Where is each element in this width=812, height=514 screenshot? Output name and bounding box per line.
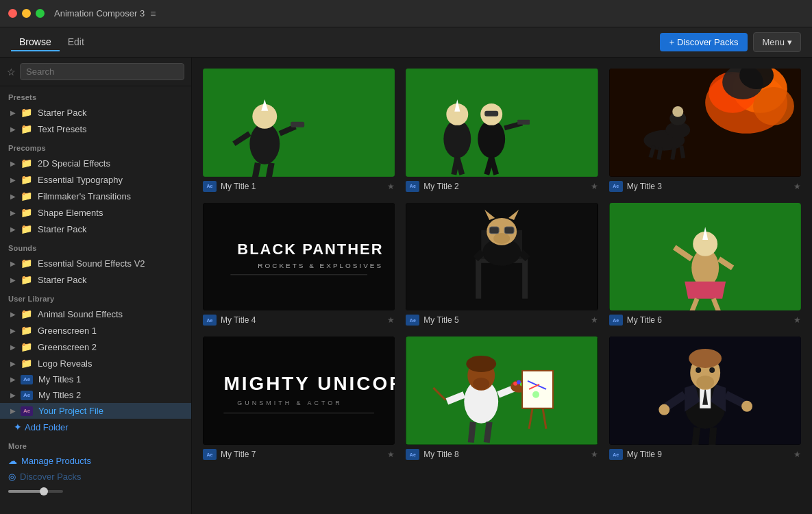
expand-arrow-icon: ▶: [8, 260, 18, 267]
sidebar-label: Your Project File: [38, 406, 103, 416]
folder-icon: 📁: [21, 191, 32, 201]
sidebar-item-starter-pack-presets[interactable]: ▶ 📁 Starter Pack: [0, 104, 191, 121]
size-slider[interactable]: [8, 490, 63, 493]
item-info-4: Ae My Title 4 ★: [203, 315, 395, 326]
sidebar-label: Shape Elements: [38, 208, 103, 218]
folder-icon: 📁: [21, 158, 32, 169]
tab-browse[interactable]: Browse: [11, 34, 60, 51]
item-info-left: Ae My Title 5: [406, 315, 458, 326]
sidebar-item-greenscreen-2[interactable]: ▶ 📁 Greenscreen 2: [0, 339, 191, 355]
sidebar-item-logo-reveals[interactable]: ▶ 📁 Logo Reveals: [0, 355, 191, 371]
item-star-8[interactable]: ★: [591, 450, 598, 459]
item-star-4[interactable]: ★: [387, 315, 395, 325]
close-button[interactable]: [8, 9, 17, 18]
sidebar-item-starter-pack-precomps[interactable]: ▶ 📁 Starter Pack: [0, 221, 191, 237]
sidebar-item-animal-sound-effects[interactable]: ▶ 📁 Animal Sound Effects: [0, 306, 191, 322]
menu-label: Menu: [762, 37, 785, 47]
toolbar-right: + Discover Packs Menu ▾: [660, 32, 801, 52]
menu-button[interactable]: Menu ▾: [753, 32, 801, 52]
expand-arrow-icon: ▶: [8, 109, 18, 117]
grid-item-7[interactable]: MIGHTY UNICORN GUNSMITH & ACTOR Ae My Ti…: [203, 336, 395, 460]
ae-thumb-icon: Ae: [406, 315, 419, 326]
sidebar-label: Filmmaker's Transitions: [38, 191, 131, 201]
grid-item-3[interactable]: Ae My Title 3 ★: [609, 69, 801, 192]
expand-arrow-icon: ▶: [8, 343, 18, 351]
item-star-7[interactable]: ★: [387, 450, 395, 459]
ae-icon: Ae: [21, 391, 33, 400]
ae-thumb-icon: Ae: [609, 315, 623, 326]
sidebar-label: Logo Reveals: [38, 358, 93, 369]
folder-icon: 📁: [21, 207, 32, 218]
thumbnail-7: MIGHTY UNICORN GUNSMITH & ACTOR: [203, 336, 395, 445]
expand-arrow-icon: ▶: [8, 407, 18, 415]
sidebar-item-2d-special-effects[interactable]: ▶ 📁 2D Special Effects: [0, 155, 191, 171]
item-star-2[interactable]: ★: [591, 182, 598, 191]
expand-arrow-icon: ▶: [8, 193, 18, 200]
item-name-9: My Title 9: [627, 450, 662, 459]
item-info-left: Ae My Title 8: [406, 449, 458, 460]
minimize-button[interactable]: [22, 9, 31, 18]
sidebar-item-manage-products[interactable]: ☁ Manage Products: [0, 453, 191, 469]
menu-arrow-icon: ▾: [787, 37, 792, 47]
expand-arrow-icon: ▶: [8, 160, 18, 167]
sidebar-item-shape-elements[interactable]: ▶ 📁 Shape Elements: [0, 204, 191, 221]
sidebar-label: Animal Sound Effects: [38, 309, 123, 319]
sidebar-label: My Titles 2: [38, 390, 81, 400]
sidebar-item-text-presets[interactable]: ▶ 📁 Text Presets: [0, 121, 191, 137]
discover-packs-button[interactable]: + Discover Packs: [660, 33, 748, 51]
titlebar: Animation Composer 3 ≡: [0, 0, 812, 27]
grid-item-4[interactable]: BLACK PANTHER ROCKETS & EXPLOSIVES Ae My…: [203, 203, 395, 326]
add-folder-button[interactable]: ✦ Add Folder: [0, 419, 191, 435]
folder-icon: 📁: [21, 358, 32, 369]
sidebar-item-essential-typography[interactable]: ▶ 📁 Essential Typography: [0, 171, 191, 188]
item-star-6[interactable]: ★: [793, 315, 801, 325]
expand-arrow-icon: ▶: [8, 360, 18, 367]
slider-container: [0, 485, 191, 495]
item-star-5[interactable]: ★: [591, 315, 598, 325]
sidebar-label: Starter Pack: [38, 275, 87, 285]
item-star-1[interactable]: ★: [387, 182, 395, 191]
grid-item-5[interactable]: Ae My Title 5 ★: [406, 203, 598, 326]
expand-arrow-icon: ▶: [8, 209, 18, 217]
favorites-star-icon[interactable]: ☆: [7, 66, 16, 77]
main-layout: ☆ Presets ▶ 📁 Starter Pack ▶ 📁 Text Pres…: [0, 58, 812, 514]
grid-item-1[interactable]: Ae My Title 1 ★: [203, 69, 395, 192]
sidebar-item-greenscreen-1[interactable]: ▶ 📁 Greenscreen 1: [0, 322, 191, 339]
sidebar-item-essential-sound-effects[interactable]: ▶ 📁 Essential Sound Effects V2: [0, 255, 191, 271]
folder-icon: 📁: [21, 341, 32, 352]
section-presets: Presets: [0, 86, 191, 104]
grid-item-2[interactable]: Ae My Title 2 ★: [406, 69, 598, 192]
sidebar-label: Greenscreen 1: [38, 326, 97, 336]
sidebar-item-discover-packs[interactable]: ◎ Discover Packs: [0, 469, 191, 485]
ae-thumb-icon: Ae: [609, 449, 623, 460]
folder-icon: 📁: [21, 258, 32, 269]
thumbnail-5: [406, 203, 598, 311]
ae-thumb-icon: Ae: [406, 449, 419, 460]
expand-arrow-icon: ▶: [8, 327, 18, 334]
content-grid: Ae My Title 1 ★: [203, 69, 801, 460]
sidebar-item-filmmakers-transitions[interactable]: ▶ 📁 Filmmaker's Transitions: [0, 188, 191, 204]
grid-item-6[interactable]: Ae My Title 6 ★: [609, 203, 801, 326]
sidebar-label: Discover Packs: [20, 472, 82, 482]
sidebar-label: Manage Products: [21, 456, 91, 466]
sidebar-item-my-titles-1[interactable]: ▶ Ae My Titles 1: [0, 371, 191, 387]
item-star-3[interactable]: ★: [793, 182, 801, 191]
search-input[interactable]: [20, 63, 184, 80]
tab-edit[interactable]: Edit: [60, 34, 93, 51]
grid-item-9[interactable]: Ae My Title 9 ★: [609, 336, 801, 460]
sidebar-item-starter-pack-sounds[interactable]: ▶ 📁 Starter Pack: [0, 271, 191, 288]
sidebar-item-your-project-file[interactable]: ▶ Ae Your Project File: [0, 403, 191, 419]
sidebar-label: 2D Special Effects: [38, 158, 110, 169]
sidebar-item-my-titles-2[interactable]: ▶ Ae My Titles 2: [0, 387, 191, 403]
hamburger-icon[interactable]: ≡: [150, 8, 156, 19]
grid-item-8[interactable]: Ae My Title 8 ★: [406, 336, 598, 460]
item-name-1: My Title 1: [221, 182, 256, 191]
item-name-2: My Title 2: [423, 182, 458, 191]
ae-icon: Ae: [21, 375, 33, 384]
maximize-button[interactable]: [36, 9, 45, 18]
item-name-6: My Title 6: [627, 315, 662, 325]
item-star-9[interactable]: ★: [793, 450, 801, 459]
sidebar: ☆ Presets ▶ 📁 Starter Pack ▶ 📁 Text Pres…: [0, 58, 192, 514]
ae-thumb-icon: Ae: [609, 181, 623, 192]
app-title-text: Animation Composer 3: [54, 8, 145, 19]
